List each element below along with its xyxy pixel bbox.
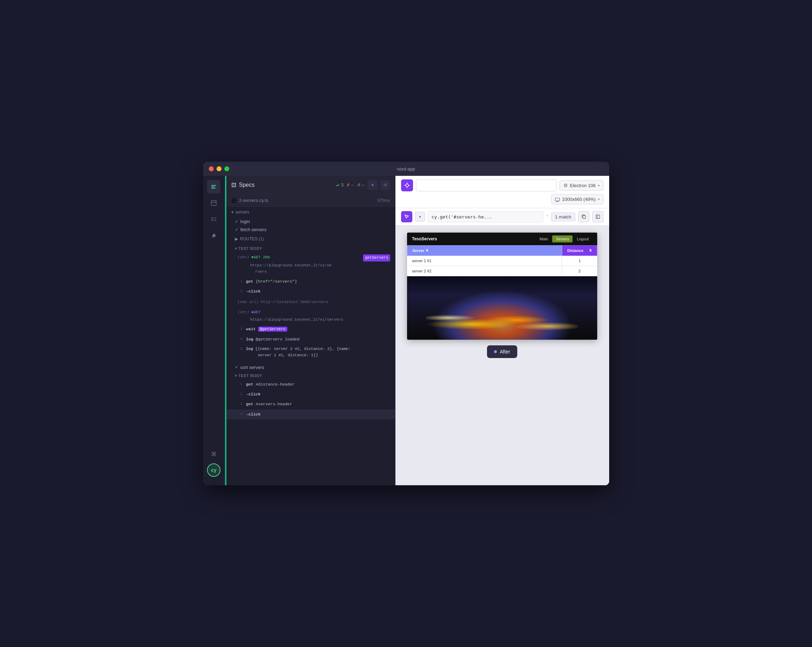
pass-icon-fetch: ✓: [235, 227, 238, 232]
table-row: server 1 #1 1: [407, 256, 597, 266]
browser-dropdown-icon: ▾: [598, 184, 600, 188]
code-line-3: 3 wait @getServers: [226, 324, 395, 334]
selector-icon: [211, 216, 217, 222]
after-button[interactable]: After: [487, 345, 517, 358]
sort-line-4-active: 4 -click: [226, 410, 395, 419]
sort-line-num-3: 3: [238, 401, 243, 407]
specs-title: Specs: [231, 182, 336, 188]
sidebar-item-settings[interactable]: [207, 229, 220, 242]
maximize-button[interactable]: [224, 166, 229, 171]
servers-table: Server ⇅ Distance ⇅ server 1 #1: [407, 245, 597, 276]
checkmark-icon: [336, 183, 340, 187]
sort-line-num-2: 2: [238, 391, 243, 398]
browser-selector[interactable]: ⚙ Electron 106 ▾: [560, 180, 604, 191]
sidebar-bottom: ⌘ cy: [207, 447, 220, 481]
teso-nav: TesoServers Main Servers Logout: [407, 232, 597, 245]
test-item-login[interactable]: ✓ login: [226, 217, 395, 226]
expand-button[interactable]: [592, 211, 604, 222]
app-window: nord-app: [203, 162, 609, 485]
specs-title-icon: [231, 182, 236, 188]
specs-icon: [211, 184, 217, 190]
xhr-url-2: rvers: [250, 269, 267, 274]
test-body-label-1: ▾ TEST BODY: [226, 244, 395, 252]
code-line-4: 4 log @getServers loaded: [226, 334, 395, 344]
app-preview: TesoServers Main Servers Logout Server: [395, 226, 609, 485]
test-name-login: login: [241, 219, 250, 224]
after-label: After: [500, 349, 510, 355]
code-line-1: 1 get [href="/servers"]: [226, 277, 395, 286]
close-button[interactable]: [209, 166, 214, 171]
table-header: Server ⇅ Distance ⇅: [407, 245, 597, 256]
selector-quote: ': [547, 214, 548, 220]
sidebar-item-browser[interactable]: [207, 196, 220, 210]
preview-panel: ⚙ Electron 106 ▾ 1000x660 (49%): [395, 176, 609, 485]
pass-icon-login: ✓: [235, 219, 238, 224]
sidebar-item-specs[interactable]: [207, 180, 220, 193]
gear-icon: [211, 232, 217, 239]
settings-icon-small: ⚙: [563, 182, 568, 188]
window-title: nord-app: [397, 166, 415, 171]
test-item-sort-servers[interactable]: ✓ sort servers: [226, 363, 395, 372]
teso-logo: TesoServers: [412, 237, 536, 242]
browser-name: Electron 106: [570, 183, 596, 188]
dropdown-button[interactable]: ▾: [368, 180, 377, 190]
sort-get-servers: get #servers-header: [246, 401, 292, 407]
keyboard-shortcuts-button[interactable]: ⌘: [207, 447, 220, 460]
viewport-selector[interactable]: 1000x660 (49%) ▾: [551, 194, 603, 204]
sort-line-num-1: 1: [238, 381, 243, 388]
match-badge: 1 match: [551, 213, 575, 221]
nav-main[interactable]: Main: [536, 236, 552, 242]
test-name-fetch: fetch servers: [241, 227, 267, 232]
code-line-2: 2 -click: [226, 286, 395, 296]
viewport-label: 1000x660 (49%): [562, 197, 595, 202]
refresh-button[interactable]: ↺: [380, 180, 390, 190]
line-num-2: 2: [238, 288, 243, 295]
crosshair-button[interactable]: [401, 179, 413, 191]
pending-icon: ↺: [357, 182, 360, 188]
routes-label: ROUTES (1): [240, 237, 264, 242]
url-input[interactable]: [420, 183, 553, 188]
routes-header[interactable]: ▶ ROUTES (1): [226, 234, 395, 244]
nav-logout[interactable]: Logout: [573, 236, 592, 242]
server-col-label: Server: [412, 248, 424, 253]
minimize-button[interactable]: [217, 166, 221, 171]
url-input-container: [416, 179, 557, 191]
viewport-dropdown-icon: ▾: [598, 197, 600, 201]
suite-collapse-icon: ▾: [231, 210, 234, 215]
pass-icon-sort: ✓: [235, 365, 238, 370]
line-num-5: 5: [238, 346, 243, 352]
cypress-logo[interactable]: cy: [207, 463, 220, 477]
specs-header: Specs 3 ✗ -- ↺ -- ▾ ↺: [226, 176, 395, 194]
code-click-1: -click: [246, 288, 261, 295]
earth-background: [407, 276, 597, 340]
selector-tool-button[interactable]: [401, 211, 412, 222]
copy-icon: [582, 214, 586, 219]
xhr-pending-label: (xhr): [238, 309, 249, 316]
suite-header-servers[interactable]: ▾ servers: [226, 207, 395, 217]
line-num-1: 1: [238, 278, 243, 285]
server-name-1: server 1 #1: [412, 258, 431, 263]
test-item-fetch-servers[interactable]: ✓ fetch servers: [226, 226, 395, 234]
col-server-header[interactable]: Server ⇅: [407, 245, 562, 256]
preview-toolbar: ⚙ Electron 106 ▾ 1000x660 (49%): [395, 176, 609, 208]
svg-rect-25: [596, 215, 600, 219]
cy-label: cy: [211, 467, 217, 473]
selector-input[interactable]: [428, 211, 543, 222]
selector-dropdown-button[interactable]: ▾: [415, 212, 425, 222]
file-icon: [231, 198, 236, 203]
sort-line-num-4: 4: [238, 411, 243, 418]
sidebar-item-selector[interactable]: [207, 213, 220, 226]
xhr-url-1: https://playground.tesonet.lt/v1/se: [250, 263, 332, 268]
get-pending-method: ●GET: [252, 309, 261, 316]
after-dot: [494, 350, 497, 353]
fail-badge: ✗ --: [346, 182, 354, 188]
file-row[interactable]: 2-servers.cy.ts 970ms: [226, 194, 395, 207]
test-name-sort: sort servers: [241, 365, 264, 370]
copy-button[interactable]: [578, 211, 589, 222]
browser-icon: [211, 200, 217, 206]
xhr-label: (xhr): [238, 254, 249, 261]
nav-servers[interactable]: Servers: [552, 236, 572, 242]
sort-line-2: 2 -click: [226, 389, 395, 399]
code-xhr-pending: (xhr) ●GET https://playground.tesonet.lt…: [226, 307, 395, 324]
col-distance-header[interactable]: Distance ⇅: [562, 245, 597, 256]
